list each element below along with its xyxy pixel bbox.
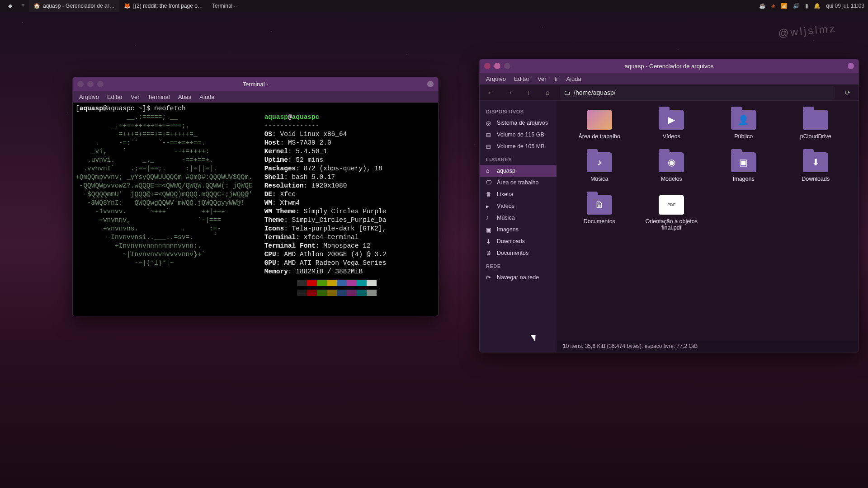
fm-statusbar: 10 itens: 35,6 KiB (36.474 bytes), espaç… <box>557 340 859 352</box>
sidebar-item[interactable]: ⌂aquasp <box>480 165 557 177</box>
sidebar-item[interactable]: ⊟Volume de 115 GB <box>480 129 557 141</box>
filemanager-window: aquasp - Gerenciador de arquivos Arquivo… <box>479 59 859 352</box>
menu-ver[interactable]: Ver <box>538 75 547 82</box>
menu-editar[interactable]: Editar <box>107 94 123 100</box>
up-button[interactable]: ↑ <box>522 86 535 99</box>
file-label: Orientação a objetos final.pdf <box>638 218 706 231</box>
coffee-icon[interactable]: ☕ <box>759 3 766 9</box>
sidebar-item-icon: ⌂ <box>486 168 492 174</box>
taskbar-item-terminal[interactable]: Terminal - <box>208 0 241 12</box>
minimize-icon[interactable] <box>494 63 500 69</box>
folder-icon: ♪ <box>587 152 612 172</box>
sidebar-item-label: Vídeos <box>497 203 514 209</box>
fm-titlebar[interactable]: aquasp - Gerenciador de arquivos <box>480 59 859 73</box>
file-entry[interactable]: 👤 Público <box>710 110 778 140</box>
clock[interactable]: qui 09 jul, 11:03 <box>826 3 864 9</box>
fm-icon-view[interactable]: Área de trabalho ▶ Vídeos 👤 Público pClo… <box>557 101 859 340</box>
file-label: Vídeos <box>663 133 680 140</box>
folder-icon: ⬇ <box>803 152 828 172</box>
maximize-icon[interactable] <box>97 81 104 87</box>
sidebar-item-label: Sistema de arquivos <box>497 120 548 126</box>
menu-ver[interactable]: Ver <box>131 94 140 100</box>
folder-icon: ◉ <box>659 152 684 172</box>
notification-icon[interactable]: 🔔 <box>814 3 821 9</box>
file-entry[interactable]: ⬇ Downloads <box>782 152 850 182</box>
refresh-button[interactable]: ⟳ <box>841 86 854 99</box>
sidebar-item-label: Navegar na rede <box>497 274 539 281</box>
file-entry[interactable]: PDF Orientação a objetos final.pdf <box>638 195 706 231</box>
folder-icon: ▣ <box>731 152 756 172</box>
sidebar-item[interactable]: ♪Música <box>480 212 557 224</box>
sidebar-item-icon: ⊟ <box>486 143 492 150</box>
file-label: Modelos <box>661 176 682 182</box>
menu-ajuda[interactable]: Ajuda <box>566 75 581 82</box>
sidebar-item-label: Documentos <box>497 250 528 256</box>
sidebar-item-label: Volume de 105 MB <box>497 143 545 150</box>
sidebar-item-icon: 🖵 <box>486 179 492 186</box>
file-entry[interactable]: pCloudDrive <box>782 110 850 140</box>
sidebar-item[interactable]: ⊟Volume de 105 MB <box>480 141 557 152</box>
menu-arquivo[interactable]: Arquivo <box>486 75 506 82</box>
file-entry[interactable]: ▣ Imagens <box>710 152 778 182</box>
sidebar-item-label: Música <box>497 215 515 221</box>
resize-icon[interactable] <box>427 81 434 87</box>
menu-abas[interactable]: Abas <box>178 94 192 100</box>
whisker-menu[interactable]: ◆ <box>4 0 17 12</box>
minimize-icon[interactable] <box>87 81 94 87</box>
fm-menubar: Arquivo Editar Ver Ir Ajuda <box>480 73 859 84</box>
sidebar-item-icon: ⬇ <box>486 238 492 244</box>
taskbar-item-browser[interactable]: 🦊[(2) reddit: the front page o… <box>119 0 208 12</box>
menu-ir[interactable]: Ir <box>555 75 558 82</box>
file-entry[interactable]: ◉ Modelos <box>638 152 706 182</box>
sidebar-item[interactable]: 🗎Documentos <box>480 247 557 259</box>
sidebar-heading: REDE <box>480 259 557 272</box>
fm-toolbar: ← → ↑ ⌂ 🗀 /home/aquasp/ ⟳ <box>480 84 859 101</box>
sidebar-item-label: Área de trabalho <box>497 179 538 186</box>
file-entry[interactable]: Área de trabalho <box>566 110 633 140</box>
sidebar-item[interactable]: 🗑Lixeira <box>480 188 557 200</box>
path-text: /home/aquasp/ <box>574 89 616 96</box>
close-icon[interactable] <box>77 81 84 87</box>
menu-arquivo[interactable]: Arquivo <box>79 94 99 100</box>
sidebar-item-label: Lixeira <box>497 191 514 197</box>
sidebar-item[interactable]: 🖵Área de trabalho <box>480 177 557 188</box>
menu-ajuda[interactable]: Ajuda <box>199 94 214 100</box>
taskbar-item-filemanager[interactable]: 🏠aquasp - Gerenciador de ar… <box>29 0 119 12</box>
sidebar-item[interactable]: ◎Sistema de arquivos <box>480 117 557 129</box>
back-button[interactable]: ← <box>484 86 497 99</box>
sidebar-item-icon: ▣ <box>486 226 492 233</box>
forward-button[interactable]: → <box>503 86 516 99</box>
file-label: Documentos <box>584 218 615 225</box>
sidebar-item[interactable]: ⬇Downloads <box>480 235 557 247</box>
menu-terminal[interactable]: Terminal <box>148 94 170 100</box>
file-entry[interactable]: ▶ Vídeos <box>638 110 706 140</box>
resize-icon[interactable] <box>848 63 854 69</box>
path-bar[interactable]: 🗀 /home/aquasp/ <box>560 86 835 99</box>
clipboard-icon[interactable]: ▮ <box>805 3 808 9</box>
top-panel: ◆ ≡ 🏠aquasp - Gerenciador de ar… 🦊[(2) r… <box>0 0 868 12</box>
maximize-icon[interactable] <box>504 63 510 69</box>
terminal-content[interactable]: [aquasp@aquaspc ~]$ neofetch __.;=====;.… <box>73 103 438 316</box>
sidebar-item-icon: ⊟ <box>486 131 492 138</box>
sidebar-item[interactable]: ▸Vídeos <box>480 200 557 212</box>
wifi-icon[interactable]: 📶 <box>781 3 788 9</box>
terminal-titlebar[interactable]: Terminal - <box>73 77 438 91</box>
menu-editar[interactable]: Editar <box>514 75 529 82</box>
home-button[interactable]: ⌂ <box>541 86 554 99</box>
show-desktop[interactable]: ≡ <box>17 0 29 12</box>
folder-icon <box>587 110 612 130</box>
close-icon[interactable] <box>484 63 491 69</box>
folder-icon: ▶ <box>659 110 684 130</box>
xfce-icon[interactable]: ◈ <box>771 3 775 9</box>
file-entry[interactable]: ♪ Música <box>566 152 633 182</box>
file-label: pCloudDrive <box>800 133 831 140</box>
file-label: Música <box>590 176 609 182</box>
sidebar-item-icon: ◎ <box>486 120 492 126</box>
folder-icon: 🗀 <box>564 89 570 96</box>
file-entry[interactable]: 🗎 Documentos <box>566 195 633 231</box>
volume-icon[interactable]: 🔊 <box>793 3 800 9</box>
sidebar-item[interactable]: ⟳Navegar na rede <box>480 272 557 283</box>
sidebar-item[interactable]: ▣Imagens <box>480 224 557 235</box>
sidebar-heading: LUGARES <box>480 152 557 165</box>
folder-icon: 🗎 <box>587 195 612 215</box>
